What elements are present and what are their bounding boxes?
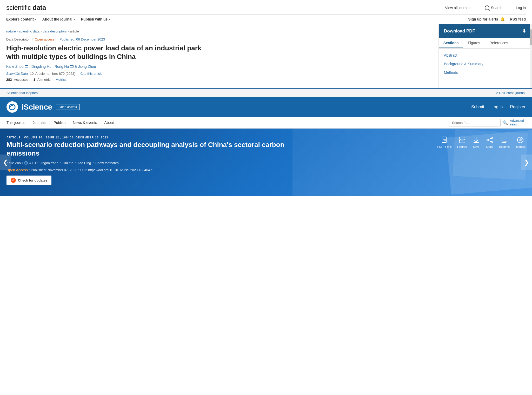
- request-label: Request: [515, 145, 526, 148]
- iscience-author-jingna-yang[interactable]: Jingna Yang: [40, 161, 58, 165]
- article-area: nature › scientific data › data descript…: [0, 24, 532, 89]
- nav-journals[interactable]: Journals: [32, 117, 46, 128]
- divider: |: [509, 6, 510, 10]
- view-all-journals-link[interactable]: View all journals: [445, 6, 471, 10]
- tab-figures[interactable]: Figures: [463, 38, 485, 48]
- author-dingding-hu[interactable]: Dingding Hu: [31, 64, 51, 69]
- section-methods[interactable]: Methods: [444, 68, 527, 77]
- about-journal-nav[interactable]: About the journal ▾: [42, 17, 75, 21]
- show-footnotes-link[interactable]: Show footnotes: [95, 161, 119, 165]
- share-icon: [486, 136, 494, 144]
- nav-news-events[interactable]: News & events: [73, 117, 97, 128]
- iscience-nav-left: This journal Journals Publish News & eve…: [6, 117, 114, 128]
- explore-content-nav[interactable]: Explore content ▾: [6, 17, 36, 21]
- save-action[interactable]: Save: [472, 136, 480, 148]
- breadcrumb-scientific-data[interactable]: scientific data: [19, 29, 39, 33]
- nav-publish[interactable]: Publish: [54, 117, 65, 128]
- journal-link[interactable]: Scientific Data: [6, 72, 28, 76]
- iscience-logo-text: iScience: [22, 103, 52, 111]
- svg-line-7: [488, 138, 491, 140]
- cell-press-label: A Cell Press journal: [496, 91, 526, 95]
- breadcrumb-current: article: [70, 29, 79, 33]
- sidebar-section-links: Abstract Background & Summary Methods: [439, 49, 532, 88]
- iscience-article-title: Multi-scenario reduction pathways and de…: [6, 140, 292, 157]
- scientific-data-header: scientific data View all journals | Sear…: [0, 0, 532, 24]
- bell-icon: 🔔: [500, 17, 505, 21]
- login-link[interactable]: Log in: [516, 6, 526, 10]
- author-kaile-zhou[interactable]: Kaile Zhou: [6, 64, 24, 69]
- submit-link[interactable]: Submit: [471, 105, 484, 109]
- article-main: nature › scientific data › data descript…: [0, 24, 438, 88]
- download-pdf-button[interactable]: Download PDF ⬇: [439, 24, 532, 38]
- tab-sections[interactable]: Sections: [439, 38, 463, 48]
- carousel-next-button[interactable]: ❯: [521, 155, 532, 170]
- breadcrumb-sep: ›: [68, 29, 69, 33]
- science-tagline: Science that inspires: [6, 91, 38, 95]
- metrics-link[interactable]: Metrics: [56, 78, 66, 82]
- rss-feed[interactable]: RSS feed: [510, 17, 526, 21]
- iscience-logo-area: iScience Open access: [6, 101, 80, 113]
- share-action[interactable]: Share: [486, 136, 494, 148]
- iscience-tagline-bar: Science that inspires A Cell Press journ…: [0, 89, 532, 97]
- share-label: Share: [486, 145, 493, 148]
- sidebar-scrollbar[interactable]: [530, 24, 532, 88]
- figures-icon: [458, 136, 466, 144]
- svg-text:PDF: PDF: [443, 139, 447, 141]
- nav-about[interactable]: About: [104, 117, 114, 128]
- login-link-iscience[interactable]: Log in: [491, 105, 503, 109]
- iscience-search-input[interactable]: [449, 119, 501, 126]
- register-link[interactable]: Register: [510, 105, 526, 109]
- section-background-summary[interactable]: Background & Summary: [444, 60, 527, 68]
- author-superscript: 4: [29, 162, 31, 164]
- iscience-search-button[interactable]: 🔍: [503, 120, 508, 125]
- pdf-action[interactable]: PDF PDF [3 MB]: [437, 136, 452, 148]
- breadcrumb-nature[interactable]: nature: [6, 29, 16, 33]
- svg-point-5: [491, 141, 493, 143]
- published-date[interactable]: Published: 06 December 2023: [59, 37, 105, 41]
- carousel-prev-button[interactable]: ❮: [0, 155, 11, 170]
- volume-link[interactable]: VOLUME 26, ISSUE 12: [24, 136, 59, 139]
- sign-up-alerts[interactable]: Sign up for alerts 🔔: [468, 17, 505, 21]
- tab-references[interactable]: References: [485, 38, 513, 48]
- article-meta: Data Descriptor | Open access | Publishe…: [6, 37, 432, 41]
- author-jiong-zhou[interactable]: Jiong Zhou: [78, 64, 96, 69]
- article-number-date: , 108404, DECEMBER 15, 2023: [60, 136, 108, 139]
- iscience-article-type: ARTICLE | VOLUME 26, ISSUE 12 , 108404, …: [6, 136, 292, 139]
- open-access-tag: Open access: [56, 104, 80, 110]
- author-rong-hu[interactable]: Rong Hu: [55, 64, 69, 69]
- chevron-down-icon: ▾: [109, 18, 110, 21]
- scientific-data-logo: scientific data: [6, 4, 46, 12]
- nav-right: Sign up for alerts 🔔 RSS feed: [468, 17, 526, 21]
- iscience-nav: This journal Journals Publish News & eve…: [0, 117, 532, 129]
- reprints-action[interactable]: Reprints: [499, 136, 510, 148]
- email-icon: [70, 65, 74, 68]
- nav-this-journal[interactable]: This journal: [6, 117, 25, 128]
- svg-line-8: [488, 140, 491, 142]
- iscience-author-hui-yin[interactable]: Hui Yin: [63, 161, 73, 165]
- svg-point-6: [487, 139, 488, 141]
- iscience-hero: ❮ ❯ PDF PDF [3 MB] Figures: [0, 129, 532, 196]
- iscience-logo-icon: [6, 101, 18, 113]
- doi-link[interactable]: https://doi.org/10.1016/j.isci.2023.1084…: [88, 168, 150, 172]
- publish-with-us-nav[interactable]: Publish with us ▾: [81, 17, 110, 21]
- open-access-badge[interactable]: Open access: [35, 37, 55, 41]
- request-action[interactable]: © Request: [515, 136, 526, 148]
- article-title: High-resolution electric power load data…: [6, 44, 209, 61]
- svg-point-4: [491, 137, 493, 139]
- section-abstract[interactable]: Abstract: [444, 51, 527, 60]
- search-button[interactable]: Search: [485, 5, 502, 10]
- figures-label: Figures: [457, 145, 467, 148]
- cite-article-link[interactable]: Cite this article: [80, 72, 102, 76]
- iscience-author-tao-ding[interactable]: Tao Ding: [78, 161, 91, 165]
- check-for-updates-button[interactable]: ↺ Check for updates: [6, 176, 51, 185]
- accesses-count: 283: [6, 78, 12, 82]
- breadcrumb-data-descriptors[interactable]: data descriptors: [43, 29, 67, 33]
- chevron-down-icon: ▾: [74, 18, 75, 21]
- header-top-bar: scientific data View all journals | Sear…: [6, 0, 526, 15]
- altmetric-label: Altmetric: [37, 78, 51, 82]
- article-stats: 283 Accesses | 1 Altmetric | Metrics: [6, 78, 432, 82]
- figures-action[interactable]: Figures: [457, 136, 467, 148]
- hero-action-bar: PDF PDF [3 MB] Figures Save: [437, 136, 526, 148]
- reprints-icon: [500, 136, 509, 144]
- advanced-search-link[interactable]: Advanced search: [510, 119, 526, 126]
